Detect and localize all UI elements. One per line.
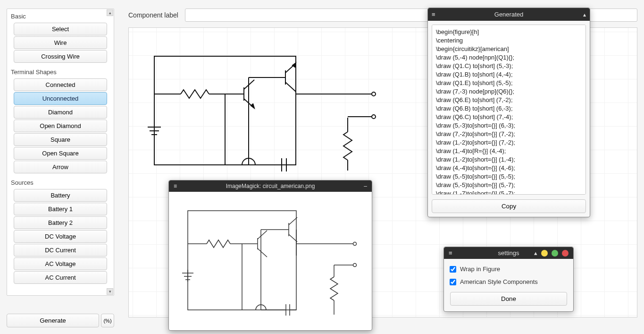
code-line: \draw (1,-2)to[short={}] (1,-4); [436,155,582,164]
wrap-figure-row[interactable]: Wrap in Figure [448,263,569,275]
svg-point-1 [372,115,376,119]
btn-diamond[interactable]: Diamond [14,106,107,119]
rendered-circuit-image [174,197,367,324]
copy-button[interactable]: Copy [432,199,586,213]
wrap-figure-label: Wrap in Figure [460,265,500,273]
scroll-down-icon[interactable]: ▾ [107,288,113,295]
section-basic-title: Basic [9,10,112,22]
imagemagick-body [169,192,372,330]
imagemagick-title: ImageMagick: circuit_american.png [226,183,315,189]
settings-body: Wrap in Figure American Style Components… [444,259,573,311]
percent-button[interactable]: (%) [101,314,114,327]
btn-dc-current[interactable]: DC Current [14,244,107,257]
code-line: \draw (Q6.E) to[short] (7,-2); [436,96,582,104]
generated-body: \begin{figure}[h]\centering\begin{circui… [428,21,590,217]
btn-unconnected[interactable]: Unconnected [14,92,107,105]
btn-battery[interactable]: Battery [14,189,107,202]
generated-titlebar[interactable]: ≡ Generated ▴ [428,8,590,21]
btn-open-square[interactable]: Open Square [14,147,107,160]
btn-ac-current[interactable]: AC Current [14,271,107,284]
code-line: \draw (4,-4)to[short={}] (4,-6); [436,164,582,172]
dot-green-icon[interactable] [552,250,558,257]
section-sources-title: Sources [9,176,112,188]
code-line: \draw (5,-4) node[npn](Q1){}; [436,53,582,62]
window-dots [541,250,569,257]
btn-select[interactable]: Select [14,23,107,35]
btn-battery1[interactable]: Battery 1 [14,203,107,215]
component-label-caption: Component label [128,11,178,19]
code-line: \draw (5,-3)to[short={}] (6,-3); [436,121,582,130]
svg-point-3 [353,264,357,267]
btn-square[interactable]: Square [14,133,107,146]
collapse-icon[interactable]: ▴ [583,11,586,18]
svg-point-2 [353,242,357,246]
code-line: \begin{figure}[h] [436,28,582,36]
settings-titlebar[interactable]: ≡ settings ▴ [444,247,573,259]
settings-window[interactable]: ≡ settings ▴ Wrap in Figure American Sty… [443,247,574,312]
code-line: \begin{circuitikz}[american] [436,45,582,53]
hamburger-icon[interactable]: ≡ [174,183,177,189]
code-line: \draw (1,-4)to[R={}] (4,-4); [436,147,582,155]
generated-code[interactable]: \begin{figure}[h]\centering\begin{circui… [432,25,586,195]
btn-wire[interactable]: Wire [14,36,107,49]
generated-title: Generated [494,11,523,18]
done-button[interactable]: Done [450,292,567,306]
american-style-label: American Style Components [460,278,538,285]
code-line: \draw (7,-3) node[pnp](Q6){}; [436,87,582,96]
generated-window[interactable]: ≡ Generated ▴ \begin{figure}[h]\centerin… [427,8,590,217]
bottom-row: Generate (%) [7,314,114,327]
code-line: \draw (Q1.E) to[short] (5,-5); [436,79,582,87]
hamburger-icon[interactable]: ≡ [449,249,452,257]
code-line: \draw (Q6.B) to[short] (6,-3); [436,104,582,113]
wrap-figure-checkbox[interactable] [450,266,456,273]
btn-connected[interactable]: Connected [14,78,107,91]
code-line: \draw (7,-2)to[short={}] (7,-2); [436,130,582,138]
code-line: \draw (1,-7)to[short={}] (5,-7); [436,189,582,195]
code-line: \draw (Q1.C) to[short] (5,-3); [436,62,582,70]
minimize-icon[interactable]: – [364,183,367,189]
section-terminal-title: Terminal Shapes [9,66,112,77]
collapse-icon[interactable]: ▴ [534,249,537,257]
code-line: \draw (1,-2)to[short={}] (7,-2); [436,138,582,147]
scroll-up-icon[interactable]: ▴ [107,9,113,16]
settings-title: settings [498,249,519,257]
hamburger-icon[interactable]: ≡ [432,11,435,18]
btn-dc-voltage[interactable]: DC Voltage [14,230,107,243]
component-palette[interactable]: ▴ Basic Select Wire Crossing Wire Termin… [7,9,114,296]
code-line: \draw (Q6.C) to[short] (7,-4); [436,113,582,121]
generate-button[interactable]: Generate [7,314,99,327]
btn-arrow[interactable]: Arrow [14,161,107,173]
btn-open-diamond[interactable]: Open Diamond [14,120,107,132]
dot-red-icon[interactable] [562,250,569,257]
circuit-drawing [145,47,390,188]
code-line: \draw (Q1.B) to[short] (4,-4); [436,70,582,79]
svg-point-0 [372,92,376,96]
imagemagick-titlebar[interactable]: ≡ ImageMagick: circuit_american.png – [169,180,372,192]
btn-ac-voltage[interactable]: AC Voltage [14,257,107,270]
imagemagick-window[interactable]: ≡ ImageMagick: circuit_american.png – [168,180,372,331]
dot-yellow-icon[interactable] [541,250,548,257]
american-style-checkbox[interactable] [450,279,456,285]
code-line: \draw (5,-5)to[short={}] (5,-7); [436,181,582,189]
american-style-row[interactable]: American Style Components [448,275,569,288]
btn-battery2[interactable]: Battery 2 [14,216,107,229]
code-line: \centering [436,36,582,45]
btn-crossing-wire[interactable]: Crossing Wire [14,50,107,63]
code-line: \draw (5,-5)to[short={}] (5,-5); [436,172,582,181]
